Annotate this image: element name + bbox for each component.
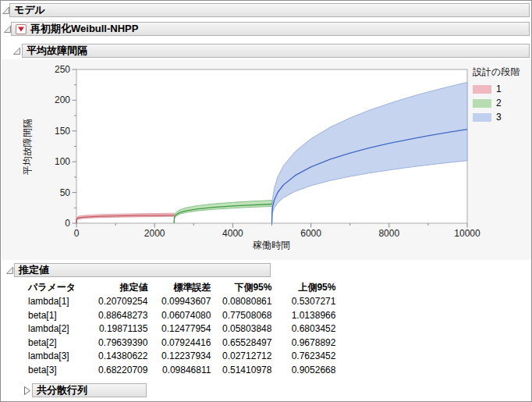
estimates-table-header: パラメータ推定値標準誤差下側95%上側95% bbox=[28, 281, 335, 295]
estimates-column-header: パラメータ bbox=[28, 281, 98, 295]
legend-item[interactable]: 2 bbox=[473, 98, 502, 108]
outline-bar-estimates[interactable]: 推定値 bbox=[14, 263, 271, 277]
estimates-row: beta[1]0.886482730.060740800.775080681.0… bbox=[28, 308, 335, 322]
estimate-value-cell: 0.12237934 bbox=[147, 350, 211, 364]
estimates-table: パラメータ推定値標準誤差下側95%上側95% lambda[1]0.207092… bbox=[28, 281, 335, 377]
jmp-report-window: モデル 再初期化Weibull-NHPP 平均故障間隔 020004000600… bbox=[0, 0, 532, 402]
estimate-value-cell: 1.0138966 bbox=[271, 308, 335, 322]
estimate-value-cell: 0.08080861 bbox=[211, 295, 271, 309]
estimate-value-cell: 0.20709254 bbox=[98, 295, 147, 309]
outline-bar-weibull-nhpp[interactable]: 再初期化Weibull-NHPP bbox=[11, 22, 530, 36]
estimates-header-row: パラメータ推定値標準誤差下側95%上側95% bbox=[28, 281, 335, 295]
estimates-column-header: 推定値 bbox=[98, 281, 147, 295]
estimates-column-header: 下側95% bbox=[211, 281, 271, 295]
disclosure-expanded-icon[interactable] bbox=[6, 266, 14, 275]
estimate-value-cell: 0.9678892 bbox=[271, 336, 335, 350]
estimate-value-cell: 0.65528497 bbox=[211, 336, 271, 350]
estimate-value-cell: 0.68220709 bbox=[98, 363, 147, 377]
estimates-row: beta[2]0.796393900.079244160.655284970.9… bbox=[28, 336, 335, 350]
x-tick-label: 0 bbox=[74, 228, 80, 239]
estimate-value-cell: 0.09943607 bbox=[147, 295, 211, 309]
parameter-name-cell: beta[1] bbox=[28, 308, 98, 322]
estimate-value-cell: 0.09846811 bbox=[147, 363, 211, 377]
estimate-value-cell: 0.6803452 bbox=[271, 322, 335, 336]
estimate-value-cell: 0.9052668 bbox=[271, 363, 335, 377]
parameter-name-cell: beta[3] bbox=[28, 363, 98, 377]
estimates-row: beta[3]0.682207090.098468110.514109780.9… bbox=[28, 363, 335, 377]
estimate-value-cell: 0.77508068 bbox=[211, 308, 271, 322]
outline-title-mtbf: 平均故障間隔 bbox=[27, 44, 87, 58]
y-tick-label: 200 bbox=[55, 94, 70, 105]
disclosure-expanded-icon[interactable] bbox=[13, 47, 21, 55]
mtbf-chart[interactable]: 0200040006000800010000050100150200250 bbox=[2, 59, 531, 260]
red-triangle-icon bbox=[18, 27, 24, 32]
estimate-value-cell: 0.88648273 bbox=[98, 308, 147, 322]
estimate-value-cell: 0.7623452 bbox=[271, 350, 335, 364]
legend-label: 3 bbox=[496, 112, 502, 123]
legend-item[interactable]: 1 bbox=[473, 84, 502, 94]
outline-bar-covariance[interactable]: 共分散行列 bbox=[32, 383, 147, 397]
estimate-value-cell: 0.12477954 bbox=[147, 322, 211, 336]
legend: 123 bbox=[473, 84, 502, 126]
legend-label: 1 bbox=[496, 84, 502, 94]
legend-swatch-icon bbox=[473, 99, 491, 108]
outline-title-weibull-nhpp: 再初期化Weibull-NHPP bbox=[30, 22, 138, 36]
estimate-value-cell: 0.14380622 bbox=[98, 350, 147, 364]
estimate-value-cell: 0.06074080 bbox=[147, 308, 211, 322]
x-tick-label: 8000 bbox=[378, 228, 399, 239]
estimate-value-cell: 0.19871135 bbox=[98, 322, 147, 336]
y-axis-label: 平均故障間隔 bbox=[21, 119, 34, 175]
estimates-table-body: lambda[1]0.207092540.099436070.080808610… bbox=[28, 295, 335, 377]
x-tick-label: 2000 bbox=[144, 228, 165, 239]
y-tick-label: 50 bbox=[60, 187, 71, 198]
legend-item[interactable]: 3 bbox=[473, 112, 502, 122]
estimate-value-cell: 0.51410978 bbox=[211, 363, 271, 377]
legend-title: 設計の段階 bbox=[473, 66, 520, 79]
parameter-name-cell: beta[2] bbox=[28, 336, 98, 350]
estimate-value-cell: 0.5307271 bbox=[271, 295, 335, 309]
y-tick-label: 150 bbox=[55, 126, 70, 137]
y-tick-label: 100 bbox=[55, 156, 70, 167]
estimates-row: lambda[1]0.207092540.099436070.080808610… bbox=[28, 295, 335, 309]
y-tick-label: 0 bbox=[65, 218, 70, 229]
estimates-column-header: 上側95% bbox=[271, 281, 335, 295]
estimate-value-cell: 0.02712712 bbox=[211, 350, 271, 364]
x-tick-label: 6000 bbox=[300, 228, 321, 239]
estimate-value-cell: 0.07924416 bbox=[147, 336, 211, 350]
parameter-name-cell: lambda[3] bbox=[28, 350, 98, 364]
estimate-value-cell: 0.05803848 bbox=[211, 322, 271, 336]
legend-swatch-icon bbox=[473, 113, 491, 122]
estimates-row: lambda[3]0.143806220.122379340.027127120… bbox=[28, 350, 335, 364]
outline-bar-mtbf[interactable]: 平均故障間隔 bbox=[22, 44, 530, 58]
estimates-column-header: 標準誤差 bbox=[147, 281, 211, 295]
outline-title-covariance: 共分散行列 bbox=[37, 383, 87, 397]
outline-title-estimates: 推定値 bbox=[19, 263, 49, 277]
x-axis-label: 稼働時間 bbox=[253, 239, 290, 252]
outline-bar-model[interactable]: モデル bbox=[9, 3, 530, 17]
legend-swatch-icon bbox=[473, 85, 491, 94]
x-tick-label: 10000 bbox=[454, 228, 481, 239]
estimates-row: lambda[2]0.198711350.124779540.058038480… bbox=[28, 322, 335, 336]
disclosure-collapsed-icon[interactable] bbox=[23, 386, 31, 395]
outline-title-model: モデル bbox=[14, 3, 45, 17]
mtbf-chart-panel: 0200040006000800010000050100150200250 平均… bbox=[2, 59, 531, 260]
x-tick-label: 4000 bbox=[222, 228, 243, 239]
legend-label: 2 bbox=[496, 98, 502, 109]
estimate-value-cell: 0.79639390 bbox=[98, 336, 147, 350]
parameter-name-cell: lambda[2] bbox=[28, 322, 98, 336]
y-tick-label: 250 bbox=[55, 64, 70, 75]
parameter-name-cell: lambda[1] bbox=[28, 295, 98, 309]
red-triangle-menu-button[interactable] bbox=[16, 24, 27, 34]
